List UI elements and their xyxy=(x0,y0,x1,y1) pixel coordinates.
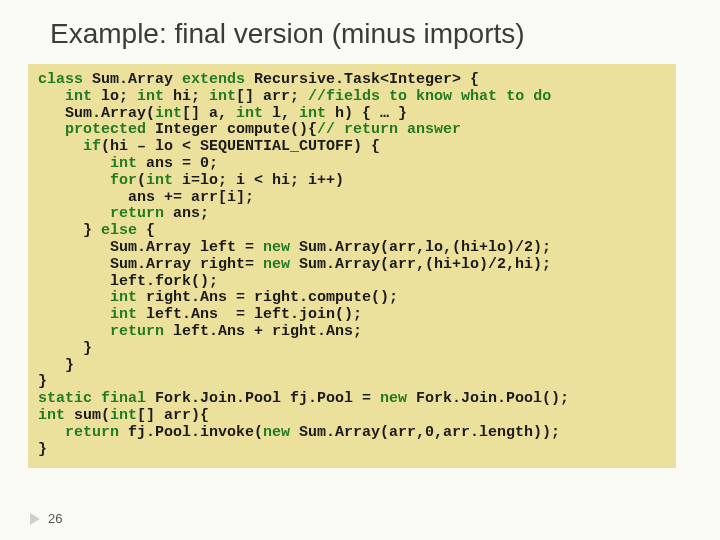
slide-title: Example: final version (minus imports) xyxy=(0,0,720,50)
code-box: class Sum.Array extends Recursive.Task<I… xyxy=(28,64,676,468)
kw: new xyxy=(263,256,290,273)
t: [] a, xyxy=(182,105,236,122)
kw: int xyxy=(155,105,182,122)
kw: int xyxy=(38,407,65,424)
kw: new xyxy=(263,239,290,256)
t: Sum.Array(arr,lo,(hi+lo)/2); xyxy=(290,239,551,256)
code-content: class Sum.Array extends Recursive.Task<I… xyxy=(38,72,666,458)
kw: if xyxy=(38,138,101,155)
t: } xyxy=(38,373,47,390)
arrow-icon xyxy=(30,513,40,525)
t: Sum.Array right= xyxy=(38,256,263,273)
comment: // return answer xyxy=(317,121,461,138)
kw: int xyxy=(38,306,137,323)
kw: int xyxy=(137,88,164,105)
t: Fork.Join.Pool fj.Pool = xyxy=(146,390,380,407)
kw: int xyxy=(38,155,137,172)
t: Sum.Array( xyxy=(38,105,155,122)
kw: int xyxy=(110,407,137,424)
kw: new xyxy=(380,390,407,407)
kw: int xyxy=(38,289,137,306)
t: left.Ans + right.Ans; xyxy=(164,323,362,340)
t: { xyxy=(137,222,155,239)
kw: class xyxy=(38,71,83,88)
t: } xyxy=(38,357,74,374)
t: [] arr; xyxy=(236,88,308,105)
kw: else xyxy=(101,222,137,239)
kw: return xyxy=(38,323,164,340)
comment: //fields to know what to do xyxy=(308,88,551,105)
t: h) { … } xyxy=(326,105,407,122)
t: } xyxy=(38,222,101,239)
t: Sum.Array(arr,0,arr.length)); xyxy=(290,424,560,441)
kw: int xyxy=(209,88,236,105)
t: ( xyxy=(137,172,146,189)
kw: return xyxy=(38,205,164,222)
t: left.Ans = left.join(); xyxy=(137,306,362,323)
t: hi; xyxy=(164,88,209,105)
kw: int xyxy=(38,88,92,105)
t: i=lo; i < hi; i++) xyxy=(173,172,344,189)
t: sum( xyxy=(65,407,110,424)
kw: new xyxy=(263,424,290,441)
t: } xyxy=(38,340,92,357)
t: Sum.Array xyxy=(83,71,182,88)
t: ans; xyxy=(164,205,209,222)
t: Sum.Array(arr,(hi+lo)/2,hi); xyxy=(290,256,551,273)
page-number: 26 xyxy=(48,511,62,526)
t: ans += arr[i]; xyxy=(38,189,254,206)
kw: static final xyxy=(38,390,146,407)
t: l, xyxy=(263,105,299,122)
t: fj.Pool.invoke( xyxy=(119,424,263,441)
kw: int xyxy=(236,105,263,122)
t: lo; xyxy=(92,88,137,105)
t: } xyxy=(38,441,47,458)
t: Fork.Join.Pool(); xyxy=(407,390,569,407)
kw: int xyxy=(299,105,326,122)
kw: return xyxy=(38,424,119,441)
t: right.Ans = right.compute(); xyxy=(137,289,398,306)
t: (hi – lo < SEQUENTIAL_CUTOFF) { xyxy=(101,138,380,155)
t: Sum.Array left = xyxy=(38,239,263,256)
t: ans = 0; xyxy=(137,155,218,172)
kw: protected xyxy=(38,121,146,138)
kw: int xyxy=(146,172,173,189)
t: Integer compute(){ xyxy=(146,121,317,138)
t: [] arr){ xyxy=(137,407,209,424)
kw: extends xyxy=(182,71,245,88)
t: left.fork(); xyxy=(38,273,218,290)
t: Recursive.Task<Integer> { xyxy=(245,71,479,88)
kw: for xyxy=(38,172,137,189)
